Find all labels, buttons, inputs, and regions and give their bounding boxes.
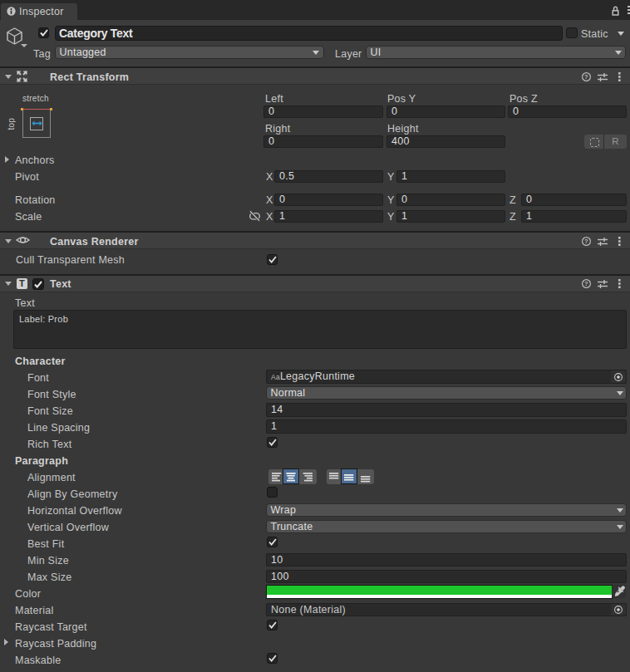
svg-text:?: ? [584,280,588,287]
svg-text:?: ? [584,73,588,81]
svg-text:?: ? [584,238,588,245]
